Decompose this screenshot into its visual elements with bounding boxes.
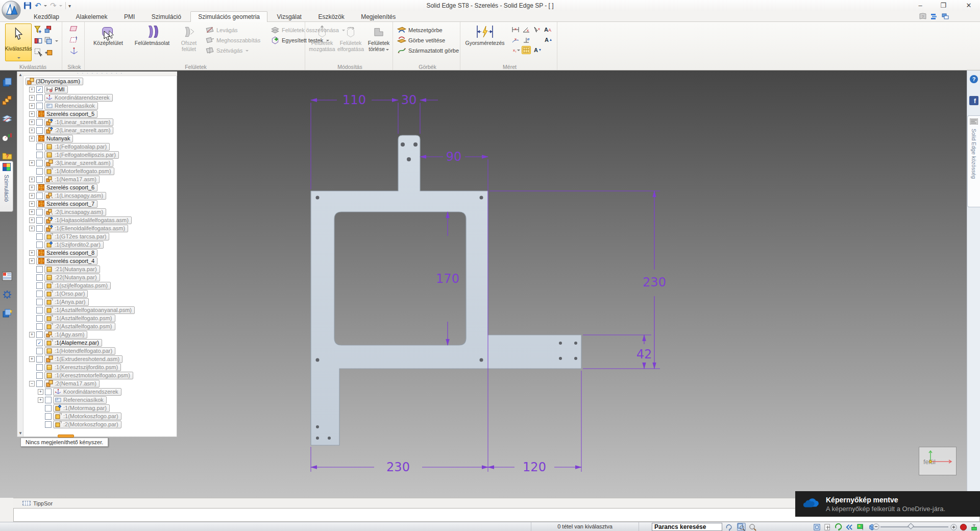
tree-row[interactable]: +Szerelés csoport_6	[23, 183, 177, 191]
meghosszabbitas-button[interactable]: Meghosszabbítás	[205, 35, 260, 45]
tree-item-label[interactable]: :1(GT2es tarcsa.par)	[44, 233, 109, 240]
tree-item-label[interactable]: :1(Keresztmotorfelfogato.psm)	[44, 372, 133, 379]
select-box-icon[interactable]	[44, 25, 53, 34]
tree-item-label[interactable]: :1(Agy.asm)	[44, 331, 87, 339]
tree-row[interactable]: +✓PMI	[23, 85, 177, 93]
tree-row[interactable]: :1(Asztalfelfogato.psm)	[23, 314, 177, 322]
tab-szimulacios-geometria[interactable]: Szimulációs geometria	[190, 11, 267, 22]
tree-checkbox[interactable]	[36, 176, 43, 183]
scroll-down-icon[interactable]: ▼	[18, 431, 23, 436]
tree-row[interactable]: :2(Asztalfelfogato.psm)	[23, 322, 177, 330]
dimension-30-value[interactable]: 30	[401, 93, 417, 107]
tree-checkbox[interactable]	[36, 331, 43, 338]
tree-checkbox[interactable]	[36, 380, 43, 387]
tab-megjelenites[interactable]: Megjelenítés	[354, 12, 403, 22]
tree-checkbox[interactable]	[36, 209, 43, 215]
angle-between-icon[interactable]: x	[522, 26, 531, 34]
dimension-110-value[interactable]: 110	[342, 93, 366, 107]
tree-item-label[interactable]: Szerelés csoport_8	[36, 249, 97, 257]
tree-checkbox[interactable]	[36, 364, 43, 371]
minimize-button[interactable]: –	[913, 1, 928, 10]
tree-row[interactable]: +Nutanyak	[23, 134, 177, 142]
tree-item-label[interactable]: :1(szijfelfogatas.psm)	[44, 282, 111, 289]
view-style-icon[interactable]	[856, 523, 865, 531]
tree-checkbox[interactable]	[36, 94, 43, 101]
dimension-42-value[interactable]: 42	[636, 347, 652, 361]
tree-expander[interactable]: +	[29, 87, 35, 92]
tree-item-label[interactable]: :2(Asztalfelfogato.psm)	[44, 323, 115, 330]
tree-expander[interactable]: +	[29, 185, 35, 190]
dimension-230-bottom-value[interactable]: 230	[386, 460, 410, 474]
tree-expander[interactable]: −	[29, 381, 35, 387]
tree-row[interactable]: :1(Keresztmotorfelfogato.psm)	[23, 371, 177, 379]
tree-expander[interactable]: +	[29, 103, 35, 109]
tree-item-label[interactable]: :1(Szijfordito2.par)	[44, 241, 104, 249]
tab-vizsgalat[interactable]: Vizsgálat	[270, 12, 308, 22]
tree-checkbox[interactable]	[36, 152, 43, 158]
tree-item-label[interactable]: Referenciasíkok	[44, 102, 98, 110]
tree-expander[interactable]: +	[29, 218, 35, 223]
tree-row[interactable]: +Koordinátarendszerek	[23, 93, 177, 102]
tree-item-label[interactable]: :1(Motorfelfogato.psm)	[44, 167, 114, 175]
tree-expander[interactable]: +	[29, 201, 35, 207]
tree-item-label[interactable]: :1(Asztalfelfogatoanyanal.psm)	[44, 306, 135, 314]
select-overlap-icon[interactable]	[34, 36, 43, 45]
tree-checkbox[interactable]	[36, 242, 43, 248]
simulation-tab[interactable]: Szimuláció	[0, 161, 13, 212]
assembly-relations-icon[interactable]	[2, 95, 13, 106]
tree-item-label[interactable]: Szerelés csoport_6	[36, 184, 97, 191]
tree-row[interactable]: :1(Asztalfelfogatoanyanal.psm)	[23, 306, 177, 314]
tree-item-label[interactable]: :1(Motorkoszfogo.par)	[53, 413, 121, 420]
tree-checkbox[interactable]	[36, 348, 43, 354]
panel-drag-handle[interactable]: · · · · · · · · · ·	[23, 71, 177, 76]
help-icon[interactable]: ?	[969, 75, 978, 86]
zoom-area-icon[interactable]	[737, 523, 746, 531]
tree-row[interactable]: +:1(Ellenoldalifelfogatas.asm)	[23, 224, 177, 232]
tree-item-label[interactable]: :2(Lincsapagy.asm)	[44, 208, 106, 216]
tree-expander[interactable]: +	[38, 389, 43, 395]
tree-row[interactable]: :1(Szijfordito2.par)	[23, 240, 177, 249]
coincident-plane-icon[interactable]	[69, 24, 79, 33]
app-logo-button[interactable]	[2, 1, 21, 20]
tree-item-label[interactable]: :21(Nutanya.par)	[44, 266, 100, 273]
tree-row[interactable]: :1(Motorkoszfogo.par)	[23, 412, 177, 420]
tree-expander[interactable]: +	[38, 397, 43, 403]
tree-checkbox[interactable]	[36, 119, 43, 126]
szarmaztatott-gorbe-button[interactable]: Származtatott görbe	[397, 45, 459, 56]
tree-checkbox[interactable]	[36, 192, 43, 199]
tree-row[interactable]: +Referenciasíkok	[23, 102, 177, 110]
sketch-color-icon[interactable]	[970, 523, 978, 531]
tree-checkbox[interactable]	[36, 160, 43, 166]
family-assembly-icon[interactable]	[2, 307, 13, 319]
distance-between-icon[interactable]: x	[511, 26, 520, 34]
gorbe-vetitese-button[interactable]: Görbe vetítése	[397, 35, 459, 45]
tree-item-label[interactable]: :2(Linear_szerelt.asm)	[44, 127, 113, 134]
tree-row[interactable]: :1(Felfogatoellipszis.par)	[23, 151, 177, 159]
tree-expander[interactable]: +	[29, 209, 35, 215]
zoom-in-button[interactable]	[949, 523, 958, 531]
tree-item-label[interactable]: :1(Keresztszijfordito.psm)	[44, 364, 121, 371]
tree-item-label[interactable]: :2(Nema17.asm)	[44, 380, 100, 388]
tree-row[interactable]: +:2(Linear_szerelt.asm)	[23, 126, 177, 134]
tree-checkbox[interactable]	[36, 168, 43, 175]
tab-eszkozok[interactable]: Eszközök	[311, 12, 351, 22]
tree-row[interactable]: :1(Orso.par)	[23, 289, 177, 298]
tree-item-label[interactable]: :1(Linear_szerelt.asm)	[44, 118, 113, 126]
dimension-230-right-value[interactable]: 230	[643, 275, 666, 289]
tree-item-label[interactable]: PMI	[44, 86, 68, 93]
select-components-dropdown[interactable]	[55, 40, 58, 43]
tree-row[interactable]: +:1(Extrudereshotend.asm)	[23, 355, 177, 363]
zoom-slider[interactable]	[880, 526, 948, 527]
tree-expander[interactable]: +	[29, 250, 35, 256]
tree-item-label[interactable]: :1(Alaplemez.par)	[44, 339, 102, 347]
zoom-slider-thumb[interactable]	[908, 523, 914, 529]
tree-item-label[interactable]: Koordinátarendszerek	[53, 388, 121, 396]
tree-row[interactable]: +Szerelés csoport_8	[23, 249, 177, 257]
szetvagas-button[interactable]: Szétvágás	[205, 45, 260, 56]
tree-expander[interactable]: +	[29, 160, 35, 166]
tree-item-label[interactable]: :2(Motorkoszfogo.par)	[53, 421, 121, 428]
tree-row[interactable]: :1(Keresztszijfordito.psm)	[23, 363, 177, 371]
tree-checkbox[interactable]	[45, 405, 52, 412]
tree-item-label[interactable]: :1(Nema17.asm)	[44, 176, 100, 183]
tree-item-label[interactable]: :3(Linear_szerelt.asm)	[44, 159, 113, 167]
